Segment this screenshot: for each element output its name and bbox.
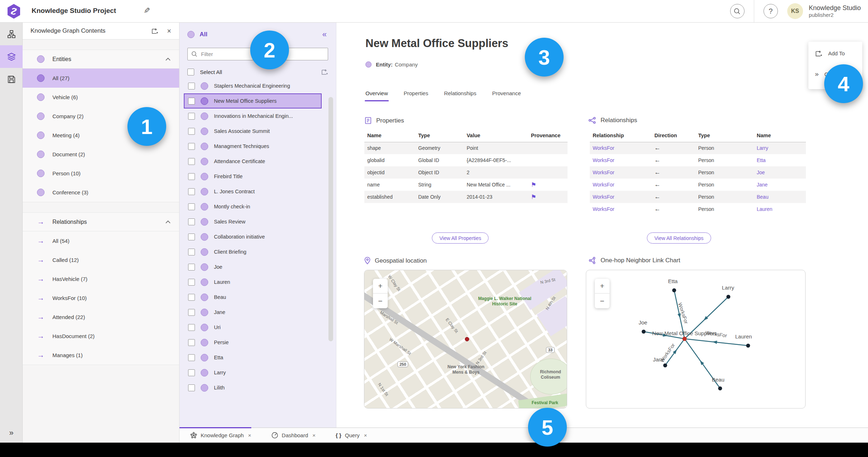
item-checkbox[interactable] <box>188 98 195 105</box>
item-checkbox[interactable] <box>188 324 195 331</box>
entity-instance-item[interactable]: Persie <box>184 335 322 350</box>
entity-instance-item[interactable]: Jane <box>184 305 322 320</box>
item-checkbox[interactable] <box>188 384 195 391</box>
relationship-type-item[interactable]: → WorksFor (10) <box>23 288 179 308</box>
item-checkbox[interactable] <box>188 309 195 316</box>
zoom-out-button[interactable]: − <box>595 294 610 308</box>
tab-knowledge-graph[interactable]: Knowledge Graph × <box>190 432 251 439</box>
help-button[interactable]: ? <box>764 4 778 18</box>
entity-instance-item[interactable]: Staplers Mechanical Engineering <box>184 78 322 93</box>
related-entity-link[interactable]: Jane <box>757 182 767 188</box>
data-model-rail-button[interactable] <box>0 23 23 45</box>
item-checkbox[interactable] <box>188 264 195 271</box>
related-entity-link[interactable]: Joe <box>757 170 765 175</box>
tab-dashboard[interactable]: Dashboard × <box>271 432 316 439</box>
close-panel-icon[interactable]: × <box>167 27 171 35</box>
graph-center-node[interactable] <box>682 337 687 341</box>
graph-node[interactable] <box>727 295 731 299</box>
close-tab-icon[interactable]: × <box>364 432 367 438</box>
item-checkbox[interactable] <box>188 203 195 210</box>
entity-type-item[interactable]: All (27) <box>23 69 179 88</box>
entities-section-header[interactable]: Entities <box>23 50 179 69</box>
graph-node[interactable] <box>672 288 676 292</box>
entity-instance-item[interactable]: Managment Techniques <box>184 139 322 154</box>
relationship-link[interactable]: WorksFor <box>593 182 614 188</box>
detail-tab[interactable]: Properties <box>404 90 428 101</box>
item-checkbox[interactable] <box>188 173 195 180</box>
entity-instance-item[interactable]: Attendance Certificate <box>184 154 322 169</box>
related-entity-link[interactable]: Beau <box>757 194 769 200</box>
list-scrollbar-thumb[interactable] <box>328 97 333 341</box>
item-checkbox[interactable] <box>188 249 195 255</box>
graph-node[interactable] <box>746 344 750 348</box>
item-checkbox[interactable] <box>188 279 195 286</box>
relationship-link[interactable]: WorksFor <box>593 157 614 163</box>
relationship-link[interactable]: WorksFor <box>593 170 614 175</box>
add-to-new-icon[interactable] <box>151 27 158 34</box>
item-checkbox[interactable] <box>188 128 195 135</box>
graph-node[interactable] <box>718 387 722 391</box>
entity-instance-item[interactable]: New Metal Office Suppliers <box>184 93 322 109</box>
provenance-flag-icon[interactable]: ⚑ <box>531 181 536 188</box>
relationship-type-item[interactable]: → Manages (1) <box>23 346 179 365</box>
item-checkbox[interactable] <box>188 188 195 195</box>
close-tab-icon[interactable]: × <box>312 432 316 438</box>
related-entity-link[interactable]: Larry <box>757 145 768 151</box>
relationship-link[interactable]: WorksFor <box>593 206 614 212</box>
entity-type-item[interactable]: Document (2) <box>23 145 179 164</box>
relationship-type-item[interactable]: → Attended (22) <box>23 308 179 327</box>
relationship-type-item[interactable]: → Called (12) <box>23 250 179 269</box>
related-entity-link[interactable]: Etta <box>757 157 766 163</box>
graph-node[interactable] <box>663 364 667 368</box>
zoom-in-button[interactable]: + <box>595 279 610 294</box>
item-checkbox[interactable] <box>188 294 195 301</box>
entity-instance-item[interactable]: Firebird Title <box>184 169 322 184</box>
item-checkbox[interactable] <box>188 83 195 89</box>
account-info[interactable]: Knowledge Studio publisher2 <box>809 4 861 18</box>
graph-node[interactable] <box>642 330 646 334</box>
select-all-checkbox[interactable] <box>187 69 194 75</box>
entity-type-item[interactable]: Vehicle (6) <box>23 88 179 107</box>
entity-instance-item[interactable]: Innovations in Mechanical Engin... <box>184 109 322 124</box>
add-to-new-icon[interactable] <box>321 68 328 75</box>
entity-type-item[interactable]: Person (10) <box>23 164 179 183</box>
one-hop-link-chart[interactable]: EttaLarryJoeLaurenJaneBeauNew Metal Offi… <box>586 270 806 408</box>
item-checkbox[interactable] <box>188 158 195 165</box>
entity-instance-item[interactable]: Beau <box>184 290 322 305</box>
relationship-link[interactable]: WorksFor <box>593 194 614 200</box>
save-rail-button[interactable] <box>0 68 23 91</box>
relationship-link[interactable]: WorksFor <box>593 145 614 151</box>
entity-instance-item[interactable]: Etta <box>184 350 322 365</box>
entity-type-item[interactable]: Conference (3) <box>23 183 179 202</box>
provenance-flag-icon[interactable]: ⚑ <box>531 194 536 200</box>
geospatial-map[interactable]: W Clay StMarshall StW Marshall StE Clay … <box>364 270 567 408</box>
relationship-type-item[interactable]: → HasVehicle (7) <box>23 269 179 288</box>
view-all-properties-button[interactable]: View All Properties <box>432 232 489 244</box>
expand-rail-icon[interactable]: » <box>0 428 23 438</box>
entity-instance-item[interactable]: Client Briefing <box>184 244 322 259</box>
entity-instance-item[interactable]: Sales Associate Summit <box>184 124 322 139</box>
item-checkbox[interactable] <box>188 218 195 225</box>
tab-query[interactable]: { } Query × <box>336 432 367 438</box>
entity-instance-item[interactable]: L. Jones Contract <box>184 184 322 199</box>
entity-instance-item[interactable]: Uri <box>184 320 322 335</box>
entity-instance-item[interactable]: Joe <box>184 259 322 274</box>
avatar[interactable]: KS <box>787 3 803 19</box>
view-all-relationships-button[interactable]: View All Relationships <box>647 232 711 244</box>
entity-instance-item[interactable]: Collaboration initiative <box>184 229 322 244</box>
item-checkbox[interactable] <box>188 143 195 150</box>
edit-title-icon[interactable]: ✎ <box>144 6 150 15</box>
close-tab-icon[interactable]: × <box>248 432 251 438</box>
entity-instance-item[interactable]: Lauren <box>184 274 322 290</box>
relationships-section-header[interactable]: → Relationships <box>23 213 179 231</box>
item-checkbox[interactable] <box>188 113 195 120</box>
item-checkbox[interactable] <box>188 339 195 346</box>
search-button[interactable] <box>730 4 745 18</box>
zoom-out-button[interactable]: − <box>373 294 388 308</box>
layers-rail-button[interactable] <box>0 45 23 68</box>
item-checkbox[interactable] <box>188 234 195 240</box>
entity-instance-item[interactable]: Lilith <box>184 380 322 395</box>
detail-tab[interactable]: Relationships <box>444 90 476 101</box>
detail-tab[interactable]: Provenance <box>492 90 521 101</box>
entity-instance-item[interactable]: Montly check-in <box>184 199 322 214</box>
